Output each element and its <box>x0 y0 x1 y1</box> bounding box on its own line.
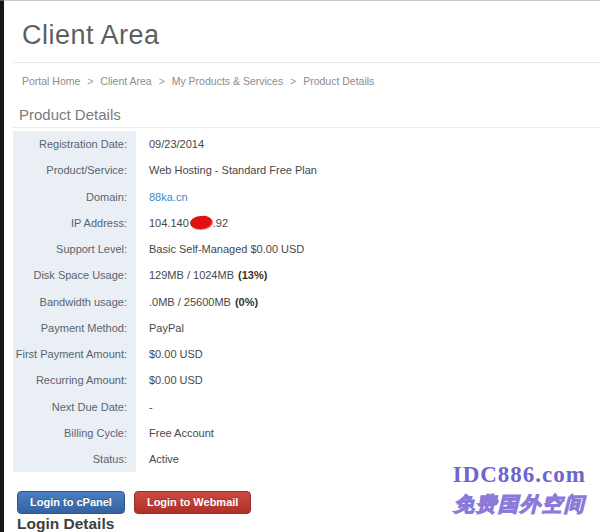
row-value: $0.00 USD <box>136 374 203 386</box>
row-value: Basic Self-Managed $0.00 USD <box>136 243 304 255</box>
header-divider <box>13 62 600 63</box>
row-label: Bandwidth usage: <box>13 289 136 315</box>
table-row-registration-date: Registration Date: 09/23/2014 <box>13 131 587 157</box>
breadcrumb-separator: > <box>159 75 165 87</box>
domain-link[interactable]: 88ka.cn <box>149 191 188 203</box>
row-value: 88ka.cn <box>136 191 188 203</box>
redaction-scribble-icon <box>189 215 212 230</box>
bandwidth-usage-percent: (0%) <box>235 296 258 308</box>
disk-usage-text: 129MB / 1024MB <box>149 269 234 281</box>
row-label: Next Due Date: <box>13 394 136 420</box>
ip-prefix: 104.140 <box>149 217 189 229</box>
breadcrumb-link-client-area[interactable]: Client Area <box>100 75 151 87</box>
breadcrumb-link-portal-home[interactable]: Portal Home <box>22 75 80 87</box>
table-row-billing-cycle: Billing Cycle: Free Account <box>13 420 587 446</box>
product-details-table: Registration Date: 09/23/2014 Product/Se… <box>13 131 587 472</box>
login-to-cpanel-button[interactable]: Login to cPanel <box>17 491 125 514</box>
table-row-product-service: Product/Service: Web Hosting - Standard … <box>13 157 587 183</box>
breadcrumb-current-product-details: Product Details <box>303 75 374 87</box>
row-value: $0.00 USD <box>136 348 203 360</box>
row-value: 09/23/2014 <box>136 138 204 150</box>
page-title: Client Area <box>22 20 160 51</box>
disk-usage-percent: (13%) <box>238 269 267 281</box>
table-row-first-payment-amount: First Payment Amount: $0.00 USD <box>13 341 587 367</box>
row-label: IP Address: <box>13 210 136 236</box>
row-label: Support Level: <box>13 236 136 262</box>
section-title-login-details: Login Details <box>17 515 114 532</box>
row-label: Registration Date: <box>13 131 136 157</box>
table-row-bandwidth-usage: Bandwidth usage: .0MB / 25600MB (0%) <box>13 289 587 315</box>
table-row-recurring-amount: Recurring Amount: $0.00 USD <box>13 367 587 393</box>
table-row-disk-space-usage: Disk Space Usage: 129MB / 1024MB (13%) <box>13 262 587 288</box>
window-left-edge-bar <box>0 0 4 532</box>
row-value: Free Account <box>136 427 214 439</box>
table-row-payment-method: Payment Method: PayPal <box>13 315 587 341</box>
row-label: Status: <box>13 446 136 472</box>
row-label: Disk Space Usage: <box>13 262 136 288</box>
row-label: First Payment Amount: <box>13 341 136 367</box>
row-label: Recurring Amount: <box>13 367 136 393</box>
action-buttons: Login to cPanel Login to Webmail <box>17 491 251 514</box>
table-row-support-level: Support Level: Basic Self-Managed $0.00 … <box>13 236 587 262</box>
breadcrumb: Portal Home > Client Area > My Products … <box>22 75 378 87</box>
table-row-ip-address: IP Address: 104.140 .92 <box>13 210 587 236</box>
row-label: Product/Service: <box>13 157 136 183</box>
row-label: Payment Method: <box>13 315 136 341</box>
window-top-edge-line <box>0 0 600 1</box>
row-value: PayPal <box>136 322 184 334</box>
breadcrumb-separator: > <box>290 75 296 87</box>
row-value: - <box>136 401 153 413</box>
row-value: Web Hosting - Standard Free Plan <box>136 164 317 176</box>
breadcrumb-separator: > <box>87 75 93 87</box>
breadcrumb-link-my-products[interactable]: My Products & Services <box>172 75 283 87</box>
section-underline <box>13 127 600 128</box>
status-value: Active <box>136 453 179 465</box>
bandwidth-usage-text: .0MB / 25600MB <box>149 296 231 308</box>
table-row-status: Status: Active <box>13 446 587 472</box>
row-value: 129MB / 1024MB (13%) <box>136 269 267 281</box>
row-label: Billing Cycle: <box>13 420 136 446</box>
login-to-webmail-button[interactable]: Login to Webmail <box>134 491 251 514</box>
section-title-product-details: Product Details <box>19 106 121 123</box>
table-row-domain: Domain: 88ka.cn <box>13 184 587 210</box>
ip-suffix: .92 <box>213 217 228 229</box>
row-value: 104.140 .92 <box>136 216 228 229</box>
row-value: .0MB / 25600MB (0%) <box>136 296 258 308</box>
table-row-next-due-date: Next Due Date: - <box>13 394 587 420</box>
row-label: Domain: <box>13 184 136 210</box>
watermark-chinese-text: 免费国外空间 <box>453 491 586 518</box>
